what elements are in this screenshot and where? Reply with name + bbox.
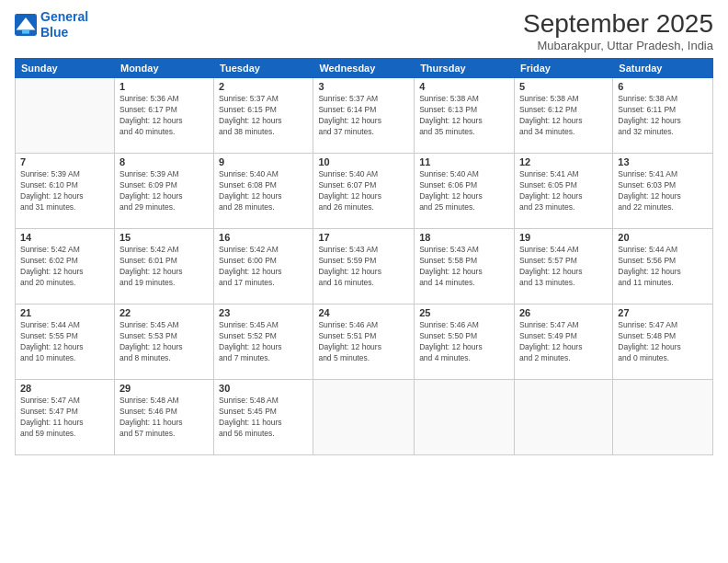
logo-icon: [15, 14, 37, 36]
page-header: General Blue September 2025 Mubarakpur, …: [15, 9, 713, 52]
day-number: 10: [318, 156, 409, 167]
logo: General Blue: [15, 9, 88, 40]
table-row: 25Sunrise: 5:46 AMSunset: 5:50 PMDayligh…: [415, 304, 515, 380]
day-info: Sunrise: 5:40 AMSunset: 6:08 PMDaylight:…: [219, 169, 308, 213]
table-row: 18Sunrise: 5:43 AMSunset: 5:58 PMDayligh…: [415, 229, 515, 304]
day-info: Sunrise: 5:42 AMSunset: 6:00 PMDaylight:…: [219, 245, 308, 289]
day-info: Sunrise: 5:42 AMSunset: 6:02 PMDaylight:…: [20, 245, 109, 289]
day-info: Sunrise: 5:48 AMSunset: 5:46 PMDaylight:…: [119, 396, 209, 440]
day-number: 22: [119, 307, 209, 318]
table-row: [514, 380, 612, 455]
day-info: Sunrise: 5:39 AMSunset: 6:09 PMDaylight:…: [119, 169, 209, 213]
table-row: 19Sunrise: 5:44 AMSunset: 5:57 PMDayligh…: [514, 229, 612, 304]
day-info: Sunrise: 5:46 AMSunset: 5:51 PMDaylight:…: [318, 320, 409, 364]
day-number: 6: [618, 81, 708, 92]
table-row: 8Sunrise: 5:39 AMSunset: 6:09 PMDaylight…: [114, 154, 213, 229]
calendar-week-row: 28Sunrise: 5:47 AMSunset: 5:47 PMDayligh…: [16, 380, 713, 455]
table-row: [16, 78, 115, 154]
table-row: 22Sunrise: 5:45 AMSunset: 5:53 PMDayligh…: [114, 304, 213, 380]
day-number: 14: [20, 232, 109, 243]
day-info: Sunrise: 5:41 AMSunset: 6:03 PMDaylight:…: [618, 169, 708, 213]
table-row: 13Sunrise: 5:41 AMSunset: 6:03 PMDayligh…: [613, 154, 713, 229]
table-row: 12Sunrise: 5:41 AMSunset: 6:05 PMDayligh…: [514, 154, 612, 229]
day-number: 1: [119, 81, 209, 92]
day-info: Sunrise: 5:38 AMSunset: 6:13 PMDaylight:…: [419, 94, 509, 138]
day-info: Sunrise: 5:44 AMSunset: 5:57 PMDaylight:…: [519, 245, 608, 289]
day-number: 12: [519, 156, 608, 167]
table-row: 29Sunrise: 5:48 AMSunset: 5:46 PMDayligh…: [114, 380, 213, 455]
day-info: Sunrise: 5:38 AMSunset: 6:11 PMDaylight:…: [618, 94, 708, 138]
calendar-week-row: 1Sunrise: 5:36 AMSunset: 6:17 PMDaylight…: [16, 78, 713, 154]
day-number: 20: [618, 232, 708, 243]
day-info: Sunrise: 5:41 AMSunset: 6:05 PMDaylight:…: [519, 169, 608, 213]
table-row: 26Sunrise: 5:47 AMSunset: 5:49 PMDayligh…: [514, 304, 612, 380]
day-number: 9: [219, 156, 308, 167]
table-row: 7Sunrise: 5:39 AMSunset: 6:10 PMDaylight…: [16, 154, 115, 229]
header-saturday: Saturday: [613, 59, 713, 78]
day-number: 16: [219, 232, 308, 243]
table-row: [313, 380, 415, 455]
table-row: 4Sunrise: 5:38 AMSunset: 6:13 PMDaylight…: [415, 78, 515, 154]
table-row: [613, 380, 713, 455]
table-row: 3Sunrise: 5:37 AMSunset: 6:14 PMDaylight…: [313, 78, 415, 154]
day-info: Sunrise: 5:45 AMSunset: 5:52 PMDaylight:…: [219, 320, 308, 364]
table-row: 5Sunrise: 5:38 AMSunset: 6:12 PMDaylight…: [514, 78, 612, 154]
day-number: 5: [519, 81, 608, 92]
table-row: 23Sunrise: 5:45 AMSunset: 5:52 PMDayligh…: [214, 304, 313, 380]
table-row: [415, 380, 515, 455]
table-row: 16Sunrise: 5:42 AMSunset: 6:00 PMDayligh…: [214, 229, 313, 304]
day-info: Sunrise: 5:37 AMSunset: 6:15 PMDaylight:…: [219, 94, 308, 138]
table-row: 20Sunrise: 5:44 AMSunset: 5:56 PMDayligh…: [613, 229, 713, 304]
header-friday: Friday: [514, 59, 612, 78]
day-number: 18: [419, 232, 509, 243]
day-number: 19: [519, 232, 608, 243]
day-info: Sunrise: 5:40 AMSunset: 6:06 PMDaylight:…: [419, 169, 509, 213]
day-number: 24: [318, 307, 409, 318]
day-number: 4: [419, 81, 509, 92]
table-row: 30Sunrise: 5:48 AMSunset: 5:45 PMDayligh…: [214, 380, 313, 455]
calendar-week-row: 21Sunrise: 5:44 AMSunset: 5:55 PMDayligh…: [16, 304, 713, 380]
day-info: Sunrise: 5:48 AMSunset: 5:45 PMDaylight:…: [219, 396, 308, 440]
header-tuesday: Tuesday: [214, 59, 313, 78]
table-row: 24Sunrise: 5:46 AMSunset: 5:51 PMDayligh…: [313, 304, 415, 380]
table-row: 17Sunrise: 5:43 AMSunset: 5:59 PMDayligh…: [313, 229, 415, 304]
header-monday: Monday: [114, 59, 213, 78]
day-info: Sunrise: 5:44 AMSunset: 5:56 PMDaylight:…: [618, 245, 708, 289]
day-info: Sunrise: 5:44 AMSunset: 5:55 PMDaylight:…: [20, 320, 109, 364]
table-row: 21Sunrise: 5:44 AMSunset: 5:55 PMDayligh…: [16, 304, 115, 380]
header-thursday: Thursday: [415, 59, 515, 78]
day-number: 15: [119, 232, 209, 243]
day-number: 28: [20, 383, 109, 394]
day-info: Sunrise: 5:45 AMSunset: 5:53 PMDaylight:…: [119, 320, 209, 364]
table-row: 28Sunrise: 5:47 AMSunset: 5:47 PMDayligh…: [16, 380, 115, 455]
day-info: Sunrise: 5:38 AMSunset: 6:12 PMDaylight:…: [519, 94, 608, 138]
day-number: 26: [519, 307, 608, 318]
table-row: 6Sunrise: 5:38 AMSunset: 6:11 PMDaylight…: [613, 78, 713, 154]
weekday-header-row: Sunday Monday Tuesday Wednesday Thursday…: [16, 59, 713, 78]
day-number: 21: [20, 307, 109, 318]
day-info: Sunrise: 5:39 AMSunset: 6:10 PMDaylight:…: [20, 169, 109, 213]
calendar-table: Sunday Monday Tuesday Wednesday Thursday…: [15, 58, 713, 455]
day-number: 27: [618, 307, 708, 318]
day-number: 3: [318, 81, 409, 92]
month-title: September 2025: [523, 9, 713, 39]
table-row: 1Sunrise: 5:36 AMSunset: 6:17 PMDaylight…: [114, 78, 213, 154]
table-row: 15Sunrise: 5:42 AMSunset: 6:01 PMDayligh…: [114, 229, 213, 304]
day-info: Sunrise: 5:47 AMSunset: 5:47 PMDaylight:…: [20, 396, 109, 440]
table-row: 2Sunrise: 5:37 AMSunset: 6:15 PMDaylight…: [214, 78, 313, 154]
table-row: 9Sunrise: 5:40 AMSunset: 6:08 PMDaylight…: [214, 154, 313, 229]
day-number: 23: [219, 307, 308, 318]
day-info: Sunrise: 5:47 AMSunset: 5:49 PMDaylight:…: [519, 320, 608, 364]
day-number: 7: [20, 156, 109, 167]
day-info: Sunrise: 5:37 AMSunset: 6:14 PMDaylight:…: [318, 94, 409, 138]
day-info: Sunrise: 5:47 AMSunset: 5:48 PMDaylight:…: [618, 320, 708, 364]
header-sunday: Sunday: [16, 59, 115, 78]
day-number: 17: [318, 232, 409, 243]
logo-text: General Blue: [40, 9, 88, 40]
table-row: 27Sunrise: 5:47 AMSunset: 5:48 PMDayligh…: [613, 304, 713, 380]
day-info: Sunrise: 5:46 AMSunset: 5:50 PMDaylight:…: [419, 320, 509, 364]
day-info: Sunrise: 5:40 AMSunset: 6:07 PMDaylight:…: [318, 169, 409, 213]
table-row: 14Sunrise: 5:42 AMSunset: 6:02 PMDayligh…: [16, 229, 115, 304]
location-subtitle: Mubarakpur, Uttar Pradesh, India: [523, 39, 713, 52]
day-info: Sunrise: 5:36 AMSunset: 6:17 PMDaylight:…: [119, 94, 209, 138]
